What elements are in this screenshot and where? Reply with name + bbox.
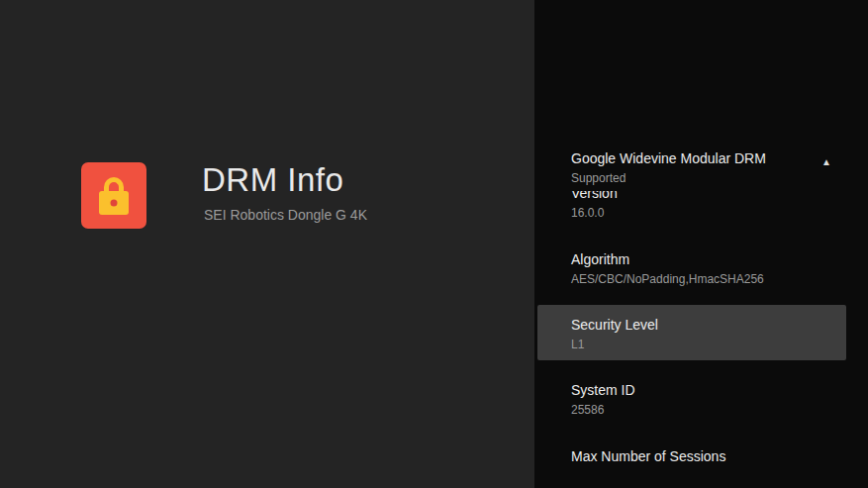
drm-info-screen: DRM Info SEI Robotics Dongle G 4K Google…	[0, 0, 868, 488]
list-item-system-id[interactable]: System ID 25586	[534, 382, 868, 417]
list-item-max-sessions[interactable]: Max Number of Sessions	[534, 448, 868, 464]
property-value: 25586	[571, 403, 868, 417]
chevron-up-icon[interactable]: ▲	[821, 156, 831, 167]
lock-keyhole	[111, 199, 118, 206]
drm-scheme-label: Google Widevine Modular DRM	[571, 150, 766, 166]
property-label: Max Number of Sessions	[571, 448, 868, 464]
list-item-security-level[interactable]: Security Level L1	[537, 305, 846, 360]
property-label: Algorithm	[571, 251, 868, 267]
list-item-algorithm[interactable]: Algorithm AES/CBC/NoPadding,HmacSHA256	[534, 251, 868, 286]
page-title: DRM Info	[202, 161, 343, 199]
property-value: AES/CBC/NoPadding,HmacSHA256	[571, 272, 868, 286]
drm-section-header[interactable]: Google Widevine Modular DRM Supported ▲	[534, 0, 868, 191]
app-icon	[81, 162, 146, 229]
drm-scheme-status: Supported	[571, 171, 766, 185]
app-info-pane: DRM Info SEI Robotics Dongle G 4K	[0, 0, 534, 488]
property-label: System ID	[571, 382, 868, 398]
lock-icon	[99, 177, 129, 215]
property-value: 16.0.0	[571, 206, 868, 220]
device-name: SEI Robotics Dongle G 4K	[204, 207, 367, 223]
property-value: L1	[571, 338, 846, 351]
property-label: Security Level	[571, 317, 846, 333]
drm-properties-panel: Google Widevine Modular DRM Supported ▲ …	[534, 0, 868, 488]
lock-body	[99, 191, 129, 215]
